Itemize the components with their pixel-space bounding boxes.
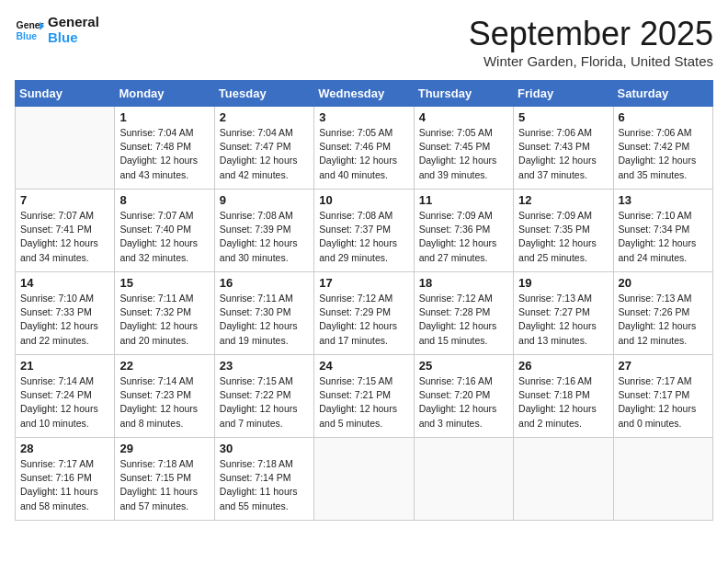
day-number: 19 (518, 276, 608, 290)
day-number: 16 (220, 276, 309, 290)
calendar-cell (314, 438, 414, 521)
day-detail: Sunrise: 7:18 AM Sunset: 7:14 PM Dayligh… (220, 457, 309, 513)
day-detail: Sunrise: 7:09 AM Sunset: 7:36 PM Dayligh… (419, 209, 508, 265)
calendar-cell: 22Sunrise: 7:14 AM Sunset: 7:23 PM Dayli… (115, 355, 214, 438)
calendar-cell: 4Sunrise: 7:05 AM Sunset: 7:45 PM Daylig… (414, 107, 513, 190)
day-number: 11 (419, 193, 508, 207)
day-number: 10 (319, 193, 408, 207)
weekday-header-friday: Friday (514, 81, 613, 107)
day-number: 2 (220, 110, 309, 124)
day-number: 1 (119, 110, 209, 124)
calendar-cell: 30Sunrise: 7:18 AM Sunset: 7:14 PM Dayli… (214, 438, 313, 521)
day-number: 28 (20, 442, 109, 455)
day-number: 22 (119, 359, 209, 373)
calendar-cell: 6Sunrise: 7:06 AM Sunset: 7:42 PM Daylig… (613, 107, 712, 190)
calendar-cell: 21Sunrise: 7:14 AM Sunset: 7:24 PM Dayli… (16, 355, 115, 438)
calendar-cell: 1Sunrise: 7:04 AM Sunset: 7:48 PM Daylig… (115, 107, 214, 190)
logo-blue: Blue (48, 30, 99, 46)
calendar-cell: 12Sunrise: 7:09 AM Sunset: 7:35 PM Dayli… (514, 190, 613, 272)
calendar-cell: 3Sunrise: 7:05 AM Sunset: 7:46 PM Daylig… (314, 107, 414, 190)
calendar-cell: 25Sunrise: 7:16 AM Sunset: 7:20 PM Dayli… (414, 355, 513, 438)
title-block: September 2025 Winter Garden, Florida, U… (469, 15, 713, 69)
logo: General Blue General Blue (15, 15, 99, 45)
weekday-header-monday: Monday (115, 81, 214, 107)
month-title: September 2025 (469, 15, 713, 53)
day-detail: Sunrise: 7:12 AM Sunset: 7:29 PM Dayligh… (319, 292, 408, 348)
weekday-header-tuesday: Tuesday (214, 81, 313, 107)
day-detail: Sunrise: 7:05 AM Sunset: 7:46 PM Dayligh… (319, 126, 408, 182)
day-detail: Sunrise: 7:16 AM Sunset: 7:20 PM Dayligh… (419, 374, 508, 431)
calendar-cell (414, 438, 513, 521)
day-detail: Sunrise: 7:04 AM Sunset: 7:48 PM Dayligh… (119, 126, 209, 182)
calendar-cell: 17Sunrise: 7:12 AM Sunset: 7:29 PM Dayli… (314, 272, 414, 355)
day-number: 8 (119, 193, 209, 207)
calendar-cell: 19Sunrise: 7:13 AM Sunset: 7:27 PM Dayli… (514, 272, 613, 355)
calendar-cell: 18Sunrise: 7:12 AM Sunset: 7:28 PM Dayli… (414, 272, 513, 355)
svg-text:Blue: Blue (17, 30, 38, 40)
location-subtitle: Winter Garden, Florida, United States (469, 53, 713, 69)
calendar-cell: 14Sunrise: 7:10 AM Sunset: 7:33 PM Dayli… (16, 272, 115, 355)
day-number: 7 (20, 193, 109, 207)
calendar-cell: 20Sunrise: 7:13 AM Sunset: 7:26 PM Dayli… (613, 272, 712, 355)
day-number: 12 (518, 193, 608, 207)
day-detail: Sunrise: 7:10 AM Sunset: 7:34 PM Dayligh… (619, 209, 708, 265)
calendar-cell: 26Sunrise: 7:16 AM Sunset: 7:18 PM Dayli… (514, 355, 613, 438)
day-detail: Sunrise: 7:18 AM Sunset: 7:15 PM Dayligh… (119, 457, 209, 513)
calendar-cell: 8Sunrise: 7:07 AM Sunset: 7:40 PM Daylig… (115, 190, 214, 272)
day-detail: Sunrise: 7:04 AM Sunset: 7:47 PM Dayligh… (220, 126, 309, 182)
weekday-header-sunday: Sunday (16, 81, 115, 107)
weekday-header-saturday: Saturday (613, 81, 712, 107)
day-detail: Sunrise: 7:14 AM Sunset: 7:23 PM Dayligh… (119, 374, 209, 431)
day-number: 4 (419, 110, 508, 124)
calendar-cell (16, 107, 115, 190)
day-detail: Sunrise: 7:06 AM Sunset: 7:43 PM Dayligh… (518, 126, 608, 182)
day-detail: Sunrise: 7:14 AM Sunset: 7:24 PM Dayligh… (20, 374, 109, 431)
day-number: 3 (319, 110, 408, 124)
day-number: 30 (220, 442, 309, 455)
day-number: 13 (619, 193, 708, 207)
page-header: General Blue General Blue September 2025… (15, 15, 713, 69)
weekday-header-wednesday: Wednesday (314, 81, 414, 107)
calendar-cell: 2Sunrise: 7:04 AM Sunset: 7:47 PM Daylig… (214, 107, 313, 190)
day-number: 25 (419, 359, 508, 373)
day-detail: Sunrise: 7:07 AM Sunset: 7:41 PM Dayligh… (20, 209, 109, 265)
day-number: 26 (518, 359, 608, 373)
day-number: 23 (220, 359, 309, 373)
day-detail: Sunrise: 7:11 AM Sunset: 7:30 PM Dayligh… (220, 292, 309, 348)
logo-icon: General Blue (15, 16, 44, 45)
day-detail: Sunrise: 7:08 AM Sunset: 7:39 PM Dayligh… (220, 209, 309, 265)
day-number: 5 (518, 110, 608, 124)
calendar-cell: 29Sunrise: 7:18 AM Sunset: 7:15 PM Dayli… (115, 438, 214, 521)
weekday-header-thursday: Thursday (414, 81, 513, 107)
calendar-cell: 10Sunrise: 7:08 AM Sunset: 7:37 PM Dayli… (314, 190, 414, 272)
day-number: 18 (419, 276, 508, 290)
calendar-cell: 28Sunrise: 7:17 AM Sunset: 7:16 PM Dayli… (16, 438, 115, 521)
calendar-table: SundayMondayTuesdayWednesdayThursdayFrid… (15, 80, 713, 521)
calendar-cell: 24Sunrise: 7:15 AM Sunset: 7:21 PM Dayli… (314, 355, 414, 438)
day-number: 29 (119, 442, 209, 455)
day-number: 17 (319, 276, 408, 290)
calendar-cell: 7Sunrise: 7:07 AM Sunset: 7:41 PM Daylig… (16, 190, 115, 272)
day-number: 15 (119, 276, 209, 290)
calendar-cell: 5Sunrise: 7:06 AM Sunset: 7:43 PM Daylig… (514, 107, 613, 190)
day-detail: Sunrise: 7:15 AM Sunset: 7:21 PM Dayligh… (319, 374, 408, 431)
day-number: 27 (619, 359, 708, 373)
logo-general: General (48, 15, 99, 30)
day-detail: Sunrise: 7:08 AM Sunset: 7:37 PM Dayligh… (319, 209, 408, 265)
day-number: 20 (619, 276, 708, 290)
day-detail: Sunrise: 7:15 AM Sunset: 7:22 PM Dayligh… (220, 374, 309, 431)
day-detail: Sunrise: 7:06 AM Sunset: 7:42 PM Dayligh… (619, 126, 708, 182)
day-detail: Sunrise: 7:10 AM Sunset: 7:33 PM Dayligh… (20, 292, 109, 348)
calendar-cell (514, 438, 613, 521)
day-number: 21 (20, 359, 109, 373)
day-detail: Sunrise: 7:13 AM Sunset: 7:26 PM Dayligh… (619, 292, 708, 348)
day-detail: Sunrise: 7:07 AM Sunset: 7:40 PM Dayligh… (119, 209, 209, 265)
calendar-cell: 15Sunrise: 7:11 AM Sunset: 7:32 PM Dayli… (115, 272, 214, 355)
day-detail: Sunrise: 7:17 AM Sunset: 7:17 PM Dayligh… (619, 374, 708, 431)
day-detail: Sunrise: 7:05 AM Sunset: 7:45 PM Dayligh… (419, 126, 508, 182)
calendar-cell: 11Sunrise: 7:09 AM Sunset: 7:36 PM Dayli… (414, 190, 513, 272)
day-detail: Sunrise: 7:16 AM Sunset: 7:18 PM Dayligh… (518, 374, 608, 431)
calendar-cell (613, 438, 712, 521)
calendar-cell: 13Sunrise: 7:10 AM Sunset: 7:34 PM Dayli… (613, 190, 712, 272)
day-number: 9 (220, 193, 309, 207)
